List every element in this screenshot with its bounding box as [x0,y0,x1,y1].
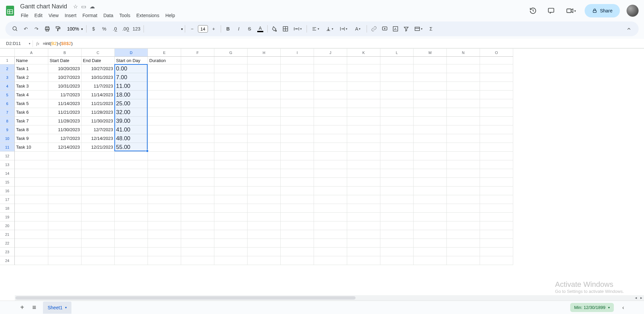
cell[interactable]: 11.00 [115,82,148,90]
cell[interactable] [347,204,380,212]
row-header[interactable]: 4 [0,82,14,91]
cell[interactable] [214,195,248,204]
cell[interactable] [115,248,148,256]
meet-icon[interactable]: ▾ [562,4,580,17]
cell[interactable]: 10/31/2023 [82,73,115,82]
share-button[interactable]: Share [585,4,620,17]
cell[interactable] [380,134,414,143]
cell[interactable] [380,99,414,108]
cell[interactable] [380,195,414,204]
cell[interactable] [480,99,513,108]
cell[interactable] [347,187,380,195]
cell[interactable] [281,248,314,256]
cell[interactable] [347,57,380,64]
cell[interactable] [414,204,447,212]
cell[interactable] [15,152,48,160]
select-all-corner[interactable] [0,49,15,57]
cell[interactable]: 0.00 [115,64,148,73]
cell[interactable] [380,143,414,151]
cell[interactable] [82,256,115,265]
cell[interactable] [480,143,513,151]
cell[interactable] [447,213,480,221]
cell[interactable] [148,82,181,90]
link-icon[interactable] [369,24,379,34]
cell[interactable] [414,134,447,143]
cell[interactable] [82,152,115,160]
cell[interactable] [248,73,281,82]
cell[interactable] [248,169,281,177]
cell[interactable] [181,187,214,195]
cell[interactable] [447,108,480,116]
col-header-K[interactable]: K [347,49,380,56]
cell[interactable] [248,160,281,169]
cell[interactable] [347,99,380,108]
cell[interactable] [214,169,248,177]
cloud-status-icon[interactable]: ☁ [90,3,95,10]
cell[interactable] [281,204,314,212]
cell[interactable] [115,169,148,177]
cell[interactable] [314,152,347,160]
cell[interactable] [181,178,214,186]
cell[interactable] [115,187,148,195]
cell[interactable]: Duration [148,57,181,64]
cell[interactable] [380,125,414,134]
cell[interactable] [380,248,414,256]
search-icon[interactable] [10,24,20,34]
cell[interactable] [414,230,447,239]
strikethrough-icon[interactable]: S [245,24,255,34]
cell[interactable] [281,108,314,116]
cell[interactable] [347,178,380,186]
cell[interactable] [15,221,48,230]
row-header[interactable]: 19 [0,213,14,221]
cell[interactable] [480,73,513,82]
cell[interactable]: 32.00 [115,108,148,116]
cell[interactable] [248,57,281,64]
cell[interactable] [480,91,513,99]
cell[interactable] [447,248,480,256]
cell[interactable] [414,108,447,116]
cell[interactable] [281,134,314,143]
cell[interactable] [214,99,248,108]
cell[interactable] [347,256,380,265]
all-sheets-button[interactable]: ≡ [28,302,40,314]
cell[interactable]: 48.00 [115,134,148,143]
row-header[interactable]: 1 [0,57,14,64]
menu-edit[interactable]: Edit [32,11,45,19]
cell[interactable] [82,195,115,204]
rotate-icon[interactable]: A▾ [351,24,365,34]
cell[interactable] [281,221,314,230]
cell[interactable] [48,239,82,247]
cell[interactable] [148,248,181,256]
cell[interactable] [181,57,214,64]
cell[interactable] [248,143,281,151]
cell[interactable] [48,195,82,204]
cell[interactable] [281,152,314,160]
cell[interactable] [347,108,380,116]
col-header-M[interactable]: M [414,49,447,56]
cell[interactable] [248,213,281,221]
col-header-G[interactable]: G [214,49,248,56]
cell[interactable] [480,125,513,134]
cell[interactable] [347,152,380,160]
cell[interactable] [347,169,380,177]
row-header[interactable]: 24 [0,256,14,265]
cell[interactable] [281,195,314,204]
cell[interactable] [214,187,248,195]
cell[interactable] [82,239,115,247]
cell[interactable] [480,213,513,221]
cell[interactable] [314,178,347,186]
cell[interactable] [214,64,248,73]
cell[interactable] [148,117,181,125]
cell[interactable] [281,73,314,82]
paint-format-icon[interactable] [53,24,63,34]
cell[interactable] [115,239,148,247]
row-header[interactable]: 12 [0,152,14,160]
cell[interactable] [447,82,480,90]
cell[interactable] [380,57,414,64]
cell[interactable] [281,239,314,247]
cell[interactable] [82,178,115,186]
cell[interactable] [248,248,281,256]
cell[interactable] [181,239,214,247]
cell[interactable] [115,195,148,204]
cell[interactable] [480,256,513,265]
